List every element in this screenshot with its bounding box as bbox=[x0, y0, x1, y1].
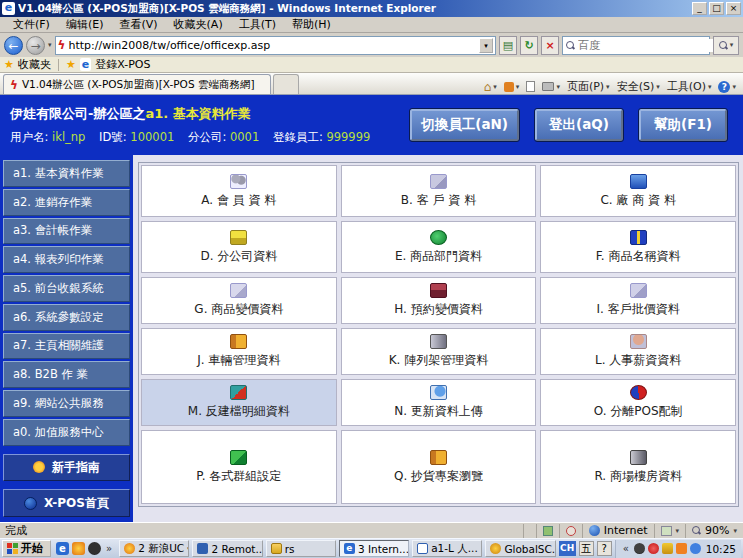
grid-cell-payroll-data[interactable]: L. 人事薪資資料 bbox=[540, 328, 736, 375]
sidebar-item-a8-b2b[interactable]: a8. B2B 作 業 bbox=[3, 361, 130, 388]
ime-indicator[interactable]: 五 bbox=[579, 541, 594, 556]
tab-active[interactable]: ϟ V1.04辦公區 (X-POS加盟商)[X-POS 雲端商務網] bbox=[3, 74, 271, 94]
grid-cell-rebuild-detail-data[interactable]: M. 反建檔明細資料 bbox=[141, 379, 337, 426]
task-button-remote[interactable]: 2 Remot...▾ bbox=[192, 540, 262, 557]
safety-dropdown-icon: ▾ bbox=[656, 83, 660, 91]
tools-menu-button[interactable]: 工具(O)▾ bbox=[667, 79, 712, 94]
address-dropdown-icon[interactable]: ▾ bbox=[479, 38, 493, 53]
tray-qq-icon[interactable] bbox=[634, 543, 645, 554]
sidebar-item-a1-basic-data[interactable]: a1. 基本資料作業 bbox=[3, 160, 130, 187]
favorite-link-xpos-login[interactable]: 登錄X-POS bbox=[95, 57, 150, 72]
new-tab-button[interactable] bbox=[273, 74, 299, 94]
ime-help-button[interactable]: ? bbox=[597, 541, 612, 556]
grid-cell-stocktake-browse[interactable]: Q. 抄貨專案瀏覽 bbox=[341, 430, 537, 504]
stop-button[interactable]: × bbox=[541, 36, 559, 55]
tray-blue-icon[interactable] bbox=[690, 543, 701, 554]
search-button[interactable]: ▾ bbox=[713, 36, 739, 55]
history-dropdown-icon[interactable]: ▾ bbox=[48, 41, 52, 49]
home-button[interactable]: ⌂▾ bbox=[484, 80, 497, 94]
menu-help[interactable]: 帮助(H) bbox=[285, 17, 338, 32]
tray-shield-icon[interactable] bbox=[662, 543, 673, 554]
quick-launch-ie-icon[interactable]: e bbox=[56, 542, 69, 555]
status-mode-toggle[interactable]: ▾ bbox=[654, 524, 686, 538]
grid-cell-group-settings[interactable]: P. 各式群組設定 bbox=[141, 430, 337, 504]
start-button[interactable]: 开始 bbox=[2, 540, 51, 557]
grid-cell-mall-building-data[interactable]: R. 商場樓房資料 bbox=[540, 430, 736, 504]
grid-cell-scheduled-price-data[interactable]: H. 預約變價資料 bbox=[341, 277, 537, 324]
print-button[interactable]: ▾ bbox=[542, 82, 560, 91]
quick-launch-qq-icon[interactable] bbox=[88, 542, 101, 555]
sidebar-item-a7-homepage-maintain[interactable]: a7. 主頁相關維護 bbox=[3, 333, 130, 360]
tray-orange-icon[interactable] bbox=[676, 543, 687, 554]
help-menu-button[interactable]: ?▾ bbox=[718, 81, 736, 93]
menu-tools[interactable]: 工具(T) bbox=[232, 17, 283, 32]
address-field[interactable]: ϟ ▾ bbox=[55, 36, 496, 55]
help-button[interactable]: 幫助(F1) bbox=[639, 109, 727, 141]
logout-button[interactable]: 登出(aQ) bbox=[535, 109, 623, 141]
back-button[interactable]: ← bbox=[4, 36, 23, 55]
grid-cell-price-change-data[interactable]: G. 商品變價資料 bbox=[141, 277, 337, 324]
switch-employee-button[interactable]: 切換員工(aN) bbox=[410, 109, 519, 141]
ie-logo-icon: e bbox=[2, 2, 15, 15]
menu-view[interactable]: 查看(V) bbox=[112, 17, 164, 32]
favorites-label[interactable]: 收藏夹 bbox=[18, 57, 51, 72]
tray-red-icon[interactable] bbox=[648, 543, 659, 554]
close-button[interactable]: × bbox=[726, 2, 741, 15]
feeds-button[interactable]: ▾ bbox=[504, 82, 520, 92]
page-menu-button[interactable]: 页面(P)▾ bbox=[567, 79, 610, 94]
grid-cell-branch-data[interactable]: D. 分公司資料 bbox=[141, 221, 337, 273]
search-dropdown-icon[interactable]: ▾ bbox=[730, 41, 734, 49]
grid-cell-customer-pricing-data[interactable]: I. 客戶批價資料 bbox=[540, 277, 736, 324]
menu-file[interactable]: 文件(F) bbox=[6, 17, 57, 32]
quick-launch-uc-icon[interactable] bbox=[72, 542, 85, 555]
zoom-control[interactable]: 90% ▾ bbox=[685, 524, 743, 538]
sidebar-item-a9-public-service[interactable]: a9. 網站公共服務 bbox=[3, 390, 130, 417]
sidebar-item-a4-reports[interactable]: a4. 報表列印作業 bbox=[3, 246, 130, 273]
zone-label: Internet bbox=[604, 524, 648, 537]
grid-cell-update-upload[interactable]: N. 更新資料上傳 bbox=[341, 379, 537, 426]
beginner-guide-button[interactable]: 新手指南 bbox=[3, 454, 130, 482]
title-bar: e V1.04辦公區 (X-POS加盟商)[X-POS 雲端商務網] - Win… bbox=[0, 0, 743, 17]
grid-cell-department-data[interactable]: E. 商品部門資料 bbox=[341, 221, 537, 273]
url-input[interactable] bbox=[68, 39, 476, 52]
task-button-document[interactable]: a1-L 人... bbox=[412, 540, 482, 557]
xpos-home-button[interactable]: X-POS首頁 bbox=[3, 489, 130, 517]
print-dropdown-icon[interactable]: ▾ bbox=[556, 83, 560, 91]
feeds-dropdown-icon[interactable]: ▾ bbox=[516, 83, 520, 91]
search-input[interactable] bbox=[578, 39, 723, 52]
sidebar-item-a5-pos-cashier[interactable]: a5. 前台收銀系統 bbox=[3, 275, 130, 302]
grid-cell-product-name-data[interactable]: F. 商品名稱資料 bbox=[540, 221, 736, 273]
task-button-internet[interactable]: e3 Intern...▾ bbox=[339, 540, 409, 557]
sidebar-item-a3-accounting[interactable]: a3. 會計帳作業 bbox=[3, 218, 130, 245]
grid-cell-rack-data[interactable]: K. 陣列架管理資料 bbox=[341, 328, 537, 375]
menu-favorites[interactable]: 收藏夹(A) bbox=[167, 17, 230, 32]
sidebar-item-a2-inventory[interactable]: a2. 進銷存作業 bbox=[3, 189, 130, 216]
grid-cell-customer-data[interactable]: B. 客 戶 資 料 bbox=[341, 165, 537, 217]
home-dropdown-icon[interactable]: ▾ bbox=[493, 83, 497, 91]
maximize-button[interactable]: □ bbox=[709, 2, 724, 15]
company-name: 伊娃有限公司-辦公區之 bbox=[10, 106, 145, 121]
folder-icon bbox=[271, 543, 282, 554]
sidebar-item-a6-system-params[interactable]: a6. 系統參數設定 bbox=[3, 304, 130, 331]
quick-launch-chevron-icon[interactable]: » bbox=[104, 543, 114, 554]
branch-icon bbox=[230, 230, 247, 245]
grid-cell-vehicle-data[interactable]: J. 車輛管理資料 bbox=[141, 328, 337, 375]
forward-button[interactable]: → bbox=[26, 36, 45, 55]
task-button-rs-folder[interactable]: rs bbox=[266, 540, 336, 557]
grid-cell-pos-split-config[interactable]: O. 分離POS配制 bbox=[540, 379, 736, 426]
read-mail-button[interactable] bbox=[526, 81, 535, 92]
task-button-uc[interactable]: 2 新浪UC▾ bbox=[119, 540, 189, 557]
grid-cell-member-data[interactable]: A. 會 員 資 料 bbox=[141, 165, 337, 217]
language-indicator[interactable]: CH bbox=[559, 541, 576, 556]
grid-cell-vendor-data[interactable]: C. 廠 商 資 料 bbox=[540, 165, 736, 217]
compatibility-button[interactable]: ▤ bbox=[499, 36, 517, 55]
task-button-globalsc[interactable]: GlobalSC... bbox=[485, 540, 555, 557]
sidebar-item-a0-value-added[interactable]: a0. 加值服務中心 bbox=[3, 419, 130, 446]
id-value: 100001 bbox=[130, 130, 174, 144]
menu-edit[interactable]: 编辑(E) bbox=[59, 17, 111, 32]
minimize-button[interactable]: _ bbox=[692, 2, 707, 15]
search-box[interactable] bbox=[562, 36, 710, 55]
safety-menu-button[interactable]: 安全(S)▾ bbox=[617, 79, 660, 94]
tray-chevron-icon[interactable]: « bbox=[621, 543, 631, 554]
refresh-button[interactable]: ↻ bbox=[520, 36, 538, 55]
